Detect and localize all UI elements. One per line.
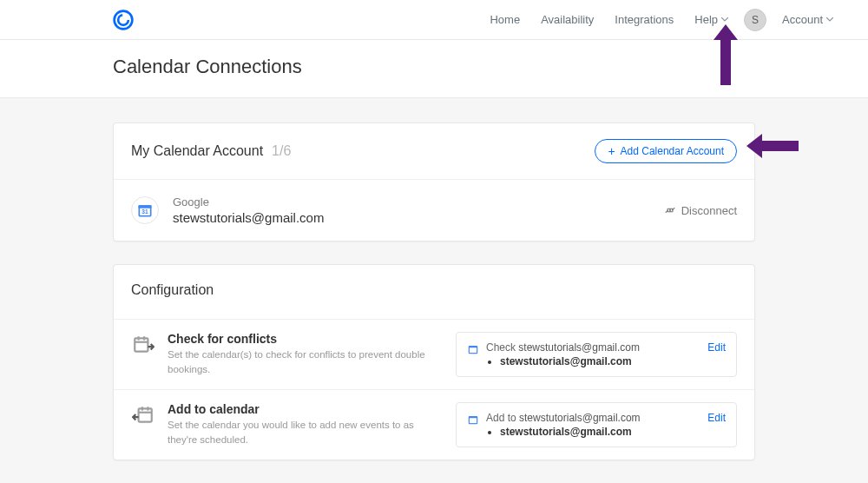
conflicts-summary: Check stewstutorials@gmail.com stewstuto… bbox=[456, 332, 737, 377]
addcal-summary-prefix: Add to bbox=[486, 412, 519, 424]
svg-rect-14 bbox=[139, 408, 152, 421]
page-title-bar: Calendar Connections bbox=[0, 40, 868, 98]
addcal-subtitle: Set the calendar you would like to add n… bbox=[168, 418, 428, 447]
chevron-down-icon bbox=[721, 17, 728, 22]
disconnect-icon bbox=[664, 204, 676, 216]
chevron-down-icon bbox=[826, 17, 833, 22]
app-logo[interactable] bbox=[111, 8, 135, 32]
calendar-mini-icon bbox=[467, 414, 479, 426]
nav-home[interactable]: Home bbox=[479, 0, 530, 40]
conflicts-title: Check for conflicts bbox=[168, 332, 428, 346]
svg-rect-7 bbox=[670, 208, 673, 212]
addcal-summary: Add to stewstutorials@gmail.com stewstut… bbox=[456, 402, 737, 447]
svg-rect-5 bbox=[139, 205, 152, 208]
svg-point-0 bbox=[115, 10, 133, 29]
conflicts-summary-item: stewstutorials@gmail.com bbox=[500, 355, 699, 367]
conflicts-subtitle: Set the calendar(s) to check for conflic… bbox=[168, 347, 428, 376]
conflicts-summary-email: stewstutorials@gmail.com bbox=[518, 341, 640, 354]
avatar[interactable]: S bbox=[744, 9, 766, 31]
page-title: Calendar Connections bbox=[113, 56, 868, 78]
account-email: stewstutorials@gmail.com bbox=[173, 210, 324, 225]
nav-integrations[interactable]: Integrations bbox=[604, 0, 684, 40]
account-info: Google stewstutorials@gmail.com bbox=[173, 195, 324, 225]
calendar-mini-icon bbox=[467, 343, 479, 355]
svg-rect-13 bbox=[470, 347, 477, 353]
nav-availability[interactable]: Availability bbox=[530, 0, 604, 40]
calendar-account-count: 1/6 bbox=[272, 143, 291, 159]
top-nav: Home Availability Integrations Help S Ac… bbox=[0, 0, 868, 40]
conflicts-edit-button[interactable]: Edit bbox=[707, 341, 726, 354]
addcal-title: Add to calendar bbox=[168, 402, 428, 416]
addcal-summary-email: stewstutorials@gmail.com bbox=[519, 412, 641, 424]
disconnect-button[interactable]: Disconnect bbox=[664, 204, 737, 217]
content: My Calendar Account 1/6 + Add Calendar A… bbox=[113, 122, 755, 460]
calendar-arrow-right-icon bbox=[131, 334, 155, 358]
addcal-summary-item: stewstutorials@gmail.com bbox=[500, 426, 699, 438]
calendar-account-row: 31 Google stewstutorials@gmail.com Disco… bbox=[114, 180, 754, 241]
svg-text:31: 31 bbox=[141, 208, 148, 215]
calendar-account-title: My Calendar Account bbox=[131, 143, 263, 159]
add-calendar-account-button[interactable]: + Add Calendar Account bbox=[595, 139, 737, 163]
calendar-account-card: My Calendar Account 1/6 + Add Calendar A… bbox=[113, 122, 755, 242]
svg-point-1 bbox=[118, 15, 128, 25]
configuration-header: Configuration bbox=[114, 265, 754, 319]
config-row-add-to-calendar: Add to calendar Set the calendar you wou… bbox=[114, 389, 754, 460]
svg-rect-8 bbox=[135, 338, 148, 351]
svg-rect-19 bbox=[470, 418, 477, 423]
calendar-arrow-left-icon bbox=[131, 404, 155, 428]
config-row-conflicts: Check for conflicts Set the calendar(s) … bbox=[114, 319, 754, 389]
google-calendar-icon: 31 bbox=[131, 196, 159, 224]
account-provider: Google bbox=[173, 195, 324, 208]
plus-icon: + bbox=[608, 145, 615, 157]
configuration-card: Configuration Check for conflicts Set th… bbox=[113, 264, 755, 460]
configuration-title: Configuration bbox=[131, 282, 737, 298]
calendar-account-header: My Calendar Account 1/6 + Add Calendar A… bbox=[114, 123, 754, 180]
nav-account[interactable]: Account bbox=[772, 0, 844, 40]
conflicts-summary-prefix: Check bbox=[486, 341, 518, 354]
nav-help[interactable]: Help bbox=[684, 0, 739, 40]
addcal-edit-button[interactable]: Edit bbox=[707, 412, 726, 424]
